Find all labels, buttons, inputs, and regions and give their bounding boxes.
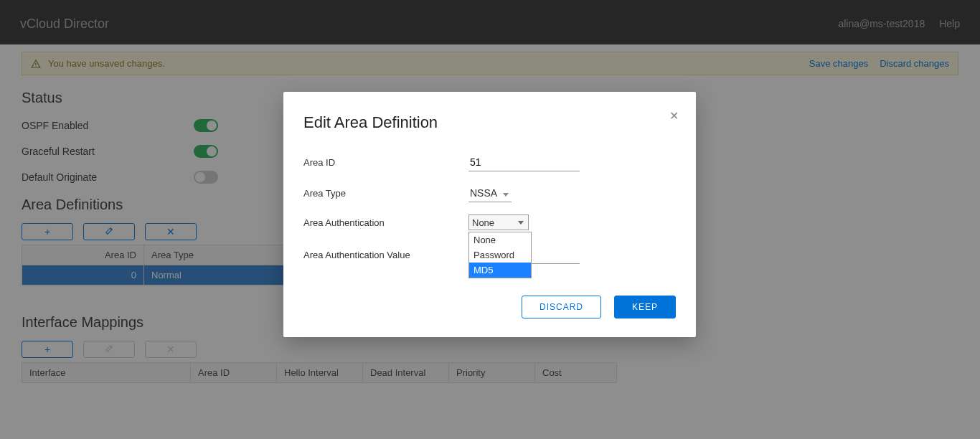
- chevron-down-icon: [515, 217, 527, 228]
- area-auth-label: Area Authentication: [303, 217, 468, 228]
- area-type-label: Area Type: [303, 188, 468, 199]
- keep-button[interactable]: KEEP: [614, 296, 676, 318]
- discard-button[interactable]: DISCARD: [522, 296, 601, 318]
- area-auth-dropdown: None Password MD5: [468, 232, 532, 278]
- modal-title: Edit Area Definition: [303, 113, 676, 132]
- option-md5[interactable]: MD5: [469, 263, 531, 278]
- area-id-input[interactable]: [468, 154, 580, 171]
- option-password[interactable]: Password: [469, 247, 531, 263]
- area-auth-value-label: Area Authentication Value: [303, 250, 468, 260]
- close-icon[interactable]: ✕: [669, 109, 679, 123]
- area-id-label: Area ID: [303, 157, 468, 168]
- area-type-select[interactable]: NSSA: [468, 184, 512, 202]
- area-auth-selected-value: None: [472, 217, 494, 228]
- option-none[interactable]: None: [469, 232, 531, 247]
- area-auth-select[interactable]: None: [468, 214, 529, 230]
- edit-area-modal: Edit Area Definition ✕ Area ID Area Type…: [283, 92, 696, 337]
